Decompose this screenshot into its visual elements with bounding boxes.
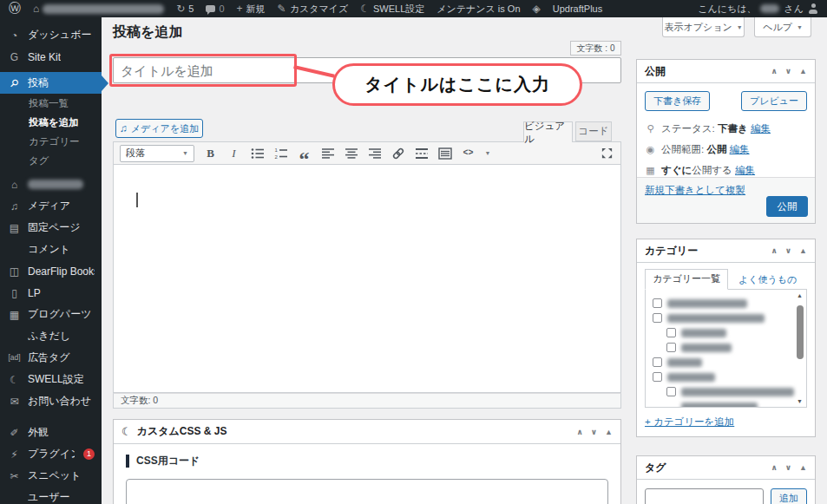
- tab-most-used[interactable]: よく使うもの: [733, 271, 802, 289]
- sidebar-item[interactable]: ふきだし: [0, 325, 102, 347]
- sidebar-item[interactable]: カテゴリー: [0, 132, 102, 151]
- fullscreen-button[interactable]: [600, 146, 614, 161]
- edit-link[interactable]: 編集: [751, 123, 771, 134]
- move-up-icon[interactable]: ∧: [771, 246, 777, 255]
- link-button[interactable]: [391, 146, 405, 161]
- numbered-list-button[interactable]: 12: [273, 146, 288, 161]
- css-code-textarea[interactable]: [126, 479, 608, 504]
- category-checkbox[interactable]: [653, 372, 662, 382]
- category-checkbox[interactable]: [653, 313, 662, 323]
- sidebar-item[interactable]: [ad] 広告タグ: [0, 347, 102, 369]
- account-menu[interactable]: こんにちは、 さん: [698, 3, 818, 16]
- panel-header[interactable]: タグ ∧ ∨ ▲: [637, 456, 815, 480]
- plugin-diamond-menu[interactable]: ◈: [533, 3, 541, 14]
- category-checkbox[interactable]: [653, 298, 662, 308]
- move-down-icon[interactable]: ∨: [785, 67, 791, 75]
- tab-code-editor[interactable]: コード: [575, 121, 612, 141]
- diamond-icon: ◈: [533, 3, 541, 14]
- new-content-menu[interactable]: + 新規: [237, 3, 266, 16]
- category-checkbox[interactable]: [666, 387, 676, 396]
- sidebar-item[interactable]: ☾ SWELL設定: [0, 369, 102, 390]
- move-up-icon[interactable]: ∧: [771, 463, 777, 472]
- more-tools-dropdown[interactable]: ▼: [484, 146, 491, 161]
- scroll-down-icon[interactable]: ▼: [797, 398, 803, 404]
- publish-button[interactable]: 公開: [766, 196, 808, 217]
- panel-header[interactable]: カテゴリー ∧ ∨ ▲: [637, 239, 815, 263]
- italic-button[interactable]: I: [226, 146, 241, 161]
- tab-visual-editor[interactable]: ビジュアル: [523, 121, 573, 142]
- move-down-icon[interactable]: ∨: [785, 463, 791, 472]
- bullet-list-button[interactable]: [250, 146, 265, 161]
- add-category-link[interactable]: + カテゴリーを追加: [645, 416, 734, 429]
- sidebar-item[interactable]: ユーザー: [0, 487, 102, 504]
- customize-menu[interactable]: ✎ カスタマイズ: [278, 3, 349, 16]
- wordpress-menu[interactable]: Ⓦ: [9, 1, 21, 16]
- toggle-panel-icon[interactable]: ▲: [605, 428, 613, 436]
- maintenance-menu[interactable]: メンテナンス is On: [436, 3, 520, 16]
- site-name-menu[interactable]: ⌂: [33, 3, 164, 14]
- align-right-button[interactable]: [367, 146, 382, 161]
- category-item: [653, 296, 799, 311]
- add-tag-button[interactable]: 追加: [771, 488, 807, 504]
- sidebar-item[interactable]: ▤ 固定ページ: [0, 217, 102, 239]
- tag-input[interactable]: [645, 488, 764, 504]
- sidebar-item[interactable]: コメント: [0, 239, 102, 260]
- align-center-button[interactable]: [344, 146, 358, 161]
- editor-content-area[interactable]: [113, 165, 621, 393]
- scrollbar-thumb[interactable]: [797, 305, 804, 359]
- move-up-icon[interactable]: ∧: [576, 428, 582, 436]
- edit-link[interactable]: 編集: [735, 165, 755, 175]
- toolbar-toggle-button[interactable]: [437, 146, 452, 161]
- sidebar-item[interactable]: 投稿を追加: [0, 113, 102, 132]
- duplicate-draft-link[interactable]: 新規下書きとして複製: [645, 185, 745, 195]
- tab-all-categories[interactable]: カテゴリー一覧: [645, 269, 728, 290]
- code-shortcode-button[interactable]: <>: [461, 146, 476, 161]
- edit-link[interactable]: 編集: [730, 144, 750, 154]
- sidebar-item[interactable]: タグ: [0, 151, 102, 170]
- move-up-icon[interactable]: ∧: [771, 67, 777, 75]
- category-label-blurred: [667, 314, 765, 323]
- appearance-brush-icon: ✐: [8, 428, 21, 438]
- swell-settings-menu[interactable]: ☾ SWELL設定: [360, 3, 424, 16]
- updraftplus-menu[interactable]: UpdraftPlus: [553, 3, 602, 14]
- sidebar-item[interactable]: ◔ ダッシュボード: [0, 24, 102, 46]
- scroll-up-icon[interactable]: ▲: [797, 292, 803, 298]
- toggle-panel-icon[interactable]: ▲: [799, 463, 807, 472]
- preview-button[interactable]: プレビュー: [741, 91, 807, 111]
- add-media-button[interactable]: ♫ メディアを追加: [115, 119, 203, 138]
- sidebar-item[interactable]: ⌂: [0, 173, 102, 195]
- sidebar-item[interactable]: ✐ 外観: [0, 422, 102, 443]
- toggle-panel-icon[interactable]: ▲: [799, 246, 807, 255]
- read-more-tag-button[interactable]: [414, 146, 429, 161]
- category-checkbox[interactable]: [653, 357, 662, 367]
- sidebar-item[interactable]: ◫ DearFlip Books: [0, 260, 102, 282]
- category-checkbox[interactable]: [666, 328, 676, 337]
- sidebar-item[interactable]: ✉ お問い合わせ: [0, 390, 102, 412]
- comments-menu[interactable]: 0: [206, 3, 224, 14]
- move-down-icon[interactable]: ∨: [785, 246, 791, 255]
- updates-menu[interactable]: ↻ 5: [176, 3, 194, 14]
- sidebar-item-label: ブログパーツ: [28, 307, 91, 322]
- help-button[interactable]: ヘルプ ▼: [754, 17, 811, 37]
- sidebar-item[interactable]: ✂ スニペット: [0, 465, 102, 487]
- sidebar-item[interactable]: 投稿一覧: [0, 94, 102, 113]
- sidebar-item[interactable]: ▦ ブログパーツ: [0, 304, 102, 325]
- swell-icon: ☾: [360, 3, 370, 14]
- sidebar-item[interactable]: ♫ メディア: [0, 195, 102, 217]
- sidebar-item[interactable]: G Site Kit: [0, 46, 102, 68]
- panel-header[interactable]: 公開 ∧ ∨ ▲: [637, 60, 815, 83]
- align-left-button[interactable]: [320, 146, 335, 161]
- category-checkbox[interactable]: [666, 343, 676, 352]
- screen-options-button[interactable]: 表示オプション ▼: [662, 17, 745, 37]
- save-draft-button[interactable]: 下書き保存: [645, 91, 710, 111]
- sidebar-item[interactable]: ⚲ 投稿: [0, 72, 102, 94]
- bold-button[interactable]: B: [203, 146, 218, 161]
- sidebar-item[interactable]: ▯ LP: [0, 282, 102, 304]
- toggle-panel-icon[interactable]: ▲: [799, 67, 807, 75]
- move-down-icon[interactable]: ∨: [591, 428, 597, 436]
- paragraph-style-select[interactable]: 段落 ▼: [120, 145, 194, 162]
- blockquote-button[interactable]: “: [297, 146, 312, 161]
- page-title: 投稿を追加: [113, 23, 182, 42]
- sidebar-item[interactable]: ⚡ プラグイン 1: [0, 443, 102, 465]
- panel-header[interactable]: ☾ カスタムCSS & JS ∧ ∨ ▲: [114, 420, 620, 444]
